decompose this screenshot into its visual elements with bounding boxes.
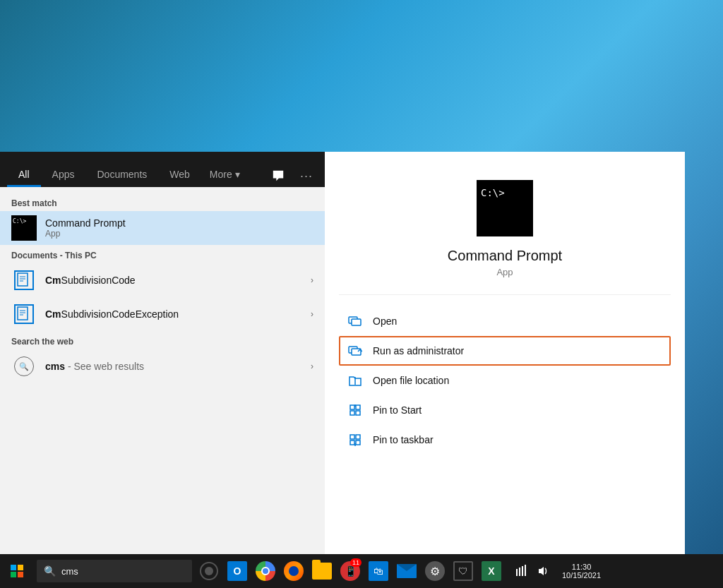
doc-item-2[interactable]: CmSubdivisionCodeException ›	[0, 297, 325, 331]
volume-icon[interactable]	[534, 554, 554, 588]
doc-title-1: CmSubdivisionCode	[45, 275, 302, 286]
time-display[interactable]: 11:30 10/15/2021	[556, 563, 607, 580]
best-match-text: Command Prompt App	[45, 217, 313, 239]
web-search-text: cms - See web results	[45, 361, 302, 372]
network-icon[interactable]	[511, 554, 531, 588]
action-file-location[interactable]: Open file location	[339, 366, 671, 395]
feedback-icon[interactable]	[267, 164, 289, 187]
documents-label: Documents - This PC	[0, 245, 325, 263]
svg-rect-16	[356, 411, 360, 415]
action-pin-taskbar-label: Pin to taskbar	[373, 434, 434, 445]
app-preview-name: Command Prompt	[448, 248, 562, 264]
doc-icon-2	[11, 301, 37, 327]
time: 11:30	[572, 563, 592, 571]
admin-icon	[347, 343, 363, 359]
doc-title-2: CmSubdivisionCodeException	[45, 308, 302, 320]
best-match-subtitle: App	[45, 229, 313, 239]
svg-rect-25	[522, 566, 523, 576]
svg-rect-19	[356, 435, 360, 439]
action-pin-start[interactable]: Pin to Start	[339, 395, 671, 425]
app-preview-icon	[477, 180, 533, 236]
doc-text-1: CmSubdivisionCode	[45, 275, 302, 286]
best-match-title: Command Prompt	[45, 217, 313, 229]
best-match-item[interactable]: Command Prompt App	[0, 211, 325, 245]
pin-start-icon	[347, 402, 363, 418]
svg-rect-20	[350, 440, 354, 445]
svg-rect-0	[18, 273, 28, 286]
taskbar: 🔍 O 📱	[0, 554, 723, 588]
date: 10/15/2021	[562, 571, 601, 580]
tab-all[interactable]: All	[7, 162, 41, 187]
tab-right-icons: ···	[267, 164, 318, 187]
more-options-icon[interactable]: ···	[295, 164, 318, 187]
search-icon: 🔍	[44, 565, 56, 577]
web-search-item[interactable]: 🔍 cms - See web results ›	[0, 349, 325, 383]
svg-rect-26	[525, 565, 526, 576]
phone-badge: 11	[350, 558, 362, 567]
cortana-icon	[200, 562, 218, 580]
taskbar-phone[interactable]: 📱 11	[336, 554, 364, 588]
search-input[interactable]	[61, 566, 185, 577]
svg-rect-13	[350, 405, 354, 409]
doc-text-2: CmSubdivisionCodeException	[45, 308, 302, 320]
results-area: Best match Command Prompt App Documents …	[0, 187, 325, 554]
taskbar-settings[interactable]: ⚙	[421, 554, 449, 588]
taskbar-files[interactable]	[308, 554, 336, 588]
action-list: Open Run as administrator	[339, 295, 671, 466]
tab-apps[interactable]: Apps	[41, 162, 86, 187]
search-panel: All Apps Documents Web More ▾ ···	[0, 152, 685, 554]
app-preview-type: App	[496, 267, 513, 277]
action-pin-start-label: Pin to Start	[373, 404, 422, 416]
taskbar-chrome[interactable]	[251, 554, 280, 588]
best-match-label: Best match	[0, 193, 325, 211]
action-open[interactable]: Open	[339, 306, 671, 336]
svg-rect-18	[350, 435, 354, 439]
desktop: All Apps Documents Web More ▾ ···	[0, 0, 723, 588]
right-panel: Command Prompt App Open	[325, 152, 685, 554]
tab-web[interactable]: Web	[158, 162, 201, 187]
app-preview: Command Prompt App	[339, 166, 671, 295]
system-tray: 11:30 10/15/2021	[506, 554, 612, 588]
svg-rect-9	[352, 319, 361, 325]
cortana-button[interactable]	[195, 554, 223, 588]
svg-rect-15	[350, 411, 354, 415]
web-search-icon: 🔍	[11, 354, 37, 379]
taskbar-outlook[interactable]: O	[223, 554, 251, 588]
windows-logo	[11, 565, 23, 577]
web-arrow: ›	[311, 361, 313, 371]
svg-rect-23	[516, 569, 518, 576]
action-pin-taskbar[interactable]: Pin to taskbar	[339, 425, 671, 455]
taskbar-excel[interactable]: X	[477, 554, 506, 588]
action-file-location-label: Open file location	[373, 375, 449, 386]
web-label: Search the web	[0, 331, 325, 349]
action-run-admin-label: Run as administrator	[373, 345, 464, 356]
taskbar-search-box[interactable]: 🔍	[37, 560, 192, 582]
taskbar-store[interactable]: 🛍	[364, 554, 393, 588]
start-button[interactable]	[0, 554, 34, 588]
action-open-label: Open	[373, 316, 397, 327]
pin-taskbar-icon	[347, 432, 363, 448]
svg-rect-24	[519, 568, 520, 576]
taskbar-firefox[interactable]	[280, 554, 308, 588]
svg-rect-4	[18, 307, 28, 320]
doc-item-1[interactable]: CmSubdivisionCode ›	[0, 263, 325, 297]
tab-documents[interactable]: Documents	[85, 162, 158, 187]
doc-arrow-2: ›	[311, 309, 313, 319]
left-panel: All Apps Documents Web More ▾ ···	[0, 152, 325, 554]
cmd-icon	[11, 215, 37, 241]
svg-rect-14	[356, 405, 360, 409]
tab-bar: All Apps Documents Web More ▾ ···	[0, 152, 325, 187]
svg-rect-21	[356, 440, 360, 445]
action-run-admin[interactable]: Run as administrator	[339, 336, 671, 366]
web-search-title: cms - See web results	[45, 361, 302, 372]
open-icon	[347, 313, 363, 329]
taskbar-security[interactable]: 🛡	[449, 554, 477, 588]
folder-icon	[347, 373, 363, 388]
taskbar-mail[interactable]	[393, 554, 421, 588]
tab-more[interactable]: More ▾	[201, 162, 249, 187]
doc-icon-1	[11, 268, 37, 293]
doc-arrow-1: ›	[311, 275, 313, 285]
